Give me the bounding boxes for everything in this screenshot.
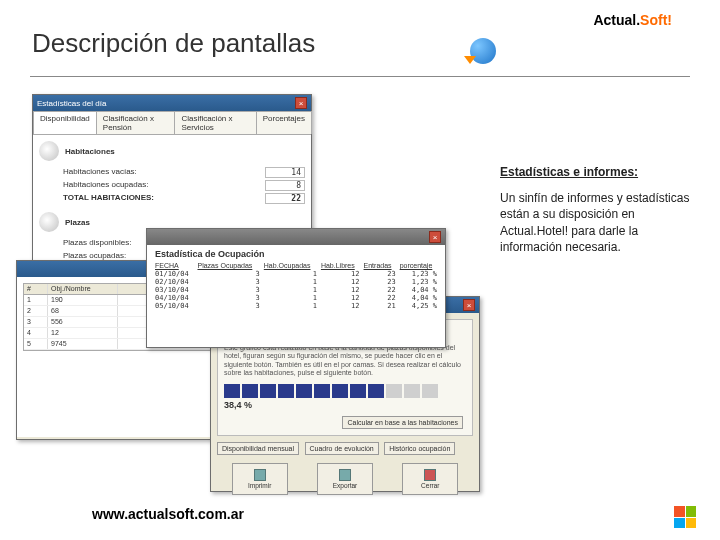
export-button[interactable]: Exportar xyxy=(317,463,373,495)
tab-porcentajes[interactable]: Porcentajes xyxy=(256,111,312,134)
percent-desc: Este gráfico está realizado en base a la… xyxy=(224,344,466,378)
percent-value: 38,4 % xyxy=(224,400,466,410)
close-icon[interactable]: × xyxy=(463,299,475,311)
brand-part1: Actual. xyxy=(593,12,640,28)
close-icon[interactable]: × xyxy=(295,97,307,109)
table-row: 05/10/043112214,25 % xyxy=(153,302,439,310)
caption-block: Estadísticas e informes: Un sinfín de in… xyxy=(500,164,690,255)
stats-tabs: Disponibilidad Clasificación x Pensión C… xyxy=(33,111,311,135)
table-row: 03/10/043112224,04 % xyxy=(153,286,439,294)
stat-value: 8 xyxy=(265,180,305,191)
col-header: Entradas xyxy=(362,261,398,270)
windows-logo-icon xyxy=(674,506,696,528)
stat-total-value: 22 xyxy=(265,193,305,204)
brand-part2: Soft! xyxy=(640,12,672,28)
stat-label: Habitaciones vacías: xyxy=(63,167,137,178)
seats-icon xyxy=(39,212,59,232)
col-header[interactable]: # xyxy=(24,284,48,294)
tab-disponibilidad[interactable]: Disponibilidad xyxy=(33,111,97,134)
stat-label: Habitaciones ocupadas: xyxy=(63,180,148,191)
occupancy-table: FECHA Plazas Ocupadas Hab.Ocupadas Hab.L… xyxy=(153,261,439,310)
export-icon xyxy=(339,469,351,481)
divider xyxy=(30,76,690,77)
caption-body: Un sinfín de informes y estadísticas est… xyxy=(500,191,689,254)
close-button[interactable]: Cerrar xyxy=(402,463,458,495)
calc-rooms-button[interactable]: Calcular en base a las habitaciones xyxy=(342,416,463,429)
slide-title: Descripción de pantallas xyxy=(32,28,315,59)
col-header: Hab.Ocupadas xyxy=(262,261,319,270)
col-header: FECHA xyxy=(153,261,195,270)
table-row: 01/10/043112231,23 % xyxy=(153,270,439,278)
stat-label: Plazas disponibles: xyxy=(63,238,131,249)
printer-icon xyxy=(254,469,266,481)
print-button[interactable]: Imprimir xyxy=(232,463,288,495)
history-occupancy-button[interactable]: Histórico ocupación xyxy=(384,442,455,455)
col-header: porcentaje xyxy=(398,261,439,270)
stat-value: 14 xyxy=(265,167,305,178)
close-action-icon xyxy=(424,469,436,481)
rooms-group: Habitaciones xyxy=(65,147,115,156)
col-header: Hab.Libres xyxy=(319,261,362,270)
caption-heading: Estadísticas e informes: xyxy=(500,164,690,180)
table-row: 04/10/043112224,04 % xyxy=(153,294,439,302)
report-title: Estadística de Ocupación xyxy=(155,249,445,259)
occupancy-report-window: × Estadística de Ocupación FECHA Plazas … xyxy=(146,228,446,348)
occupancy-gauge xyxy=(224,384,466,398)
footer-url: www.actualsoft.com.ar xyxy=(92,506,244,522)
availability-month-button[interactable]: Disponibilidad mensual xyxy=(217,442,299,455)
evolution-chart-button[interactable]: Cuadro de evolución xyxy=(305,442,379,455)
col-header[interactable]: Obj./Nombre xyxy=(48,284,118,294)
stats-day-title: Estadísticas del día xyxy=(37,99,106,108)
stat-total-label: TOTAL HABITACIONES: xyxy=(63,193,154,204)
rooms-icon xyxy=(39,141,59,161)
globe-icon xyxy=(464,36,500,72)
col-header: Plazas Ocupadas xyxy=(195,261,261,270)
seats-group: Plazas xyxy=(65,218,90,227)
table-row: 02/10/043112231,23 % xyxy=(153,278,439,286)
brand: Actual.Soft! xyxy=(593,12,672,28)
close-icon[interactable]: × xyxy=(429,231,441,243)
tab-servicios[interactable]: Clasificación x Servicios xyxy=(174,111,256,134)
tab-pension[interactable]: Clasificación x Pensión xyxy=(96,111,176,134)
